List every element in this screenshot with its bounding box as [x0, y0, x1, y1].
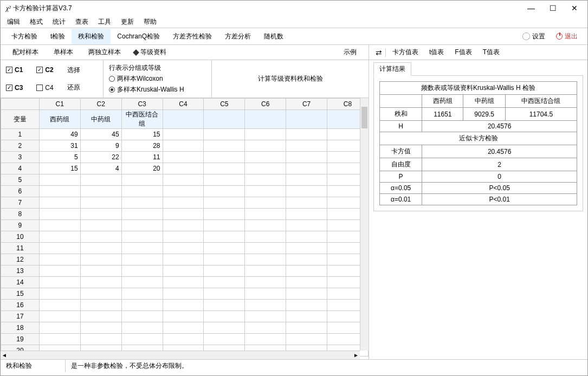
cell[interactable] [286, 277, 327, 288]
example-button[interactable]: 示例 [336, 46, 364, 59]
cell[interactable] [286, 140, 327, 152]
rtab-t值表[interactable]: t值表 [424, 46, 449, 58]
select-button[interactable]: 选择 [67, 66, 98, 75]
cell[interactable] [286, 243, 327, 254]
subtab-paired[interactable]: 配对样本 [5, 46, 46, 59]
restore-button[interactable]: 还原 [67, 83, 98, 92]
row-hdr[interactable]: 12 [1, 254, 40, 265]
col-C1[interactable]: C1 [39, 99, 80, 110]
cell[interactable] [286, 209, 327, 220]
cell[interactable] [163, 265, 204, 277]
cell[interactable]: 22 [80, 152, 121, 163]
cell[interactable] [121, 334, 163, 345]
vertical-scrollbar[interactable] [360, 98, 369, 351]
row-hdr[interactable]: 17 [1, 311, 40, 322]
calculate-button[interactable]: 计算等级资料秩和检验 [258, 74, 323, 83]
cell[interactable] [204, 186, 245, 197]
cell[interactable] [163, 300, 204, 311]
cell[interactable] [204, 197, 245, 209]
minimize-button[interactable]: — [520, 4, 542, 12]
var-cell[interactable] [286, 110, 327, 129]
rtab-F值表[interactable]: F值表 [449, 46, 477, 58]
cell[interactable] [39, 174, 80, 186]
row-hdr[interactable]: 2 [1, 140, 40, 152]
cell[interactable]: 9 [80, 140, 121, 152]
cell[interactable] [80, 209, 121, 220]
cell[interactable] [163, 277, 204, 288]
cell[interactable]: 45 [80, 129, 121, 140]
data-grid[interactable]: C1C2C3C4C5C6C7C8变量西药组中药组中西医结合组1494515231… [1, 98, 369, 359]
cell[interactable] [204, 163, 245, 174]
cell[interactable] [204, 300, 245, 311]
var-cell[interactable]: 中药组 [80, 110, 121, 129]
tab-6[interactable]: 随机数 [257, 29, 290, 44]
cell[interactable] [80, 265, 121, 277]
tab-5[interactable]: 方差分析 [218, 29, 257, 44]
menu-格式[interactable]: 格式 [27, 16, 46, 28]
cell[interactable] [121, 265, 163, 277]
cell[interactable] [80, 254, 121, 265]
row-hdr[interactable]: 19 [1, 334, 40, 345]
cell[interactable] [80, 186, 121, 197]
cell[interactable] [163, 254, 204, 265]
cell[interactable] [204, 140, 245, 152]
check-c2[interactable]: ✓C2 [36, 66, 67, 74]
cell[interactable] [204, 174, 245, 186]
cell[interactable] [39, 265, 80, 277]
tab-4[interactable]: 方差齐性检验 [166, 29, 218, 44]
cell[interactable] [163, 220, 204, 231]
cell[interactable] [245, 254, 286, 265]
var-cell[interactable]: 西药组 [39, 110, 80, 129]
cell[interactable] [286, 288, 327, 300]
cell[interactable] [80, 220, 121, 231]
cell[interactable] [286, 174, 327, 186]
cell[interactable]: 5 [39, 152, 80, 163]
menu-编辑[interactable]: 编辑 [4, 16, 23, 28]
cell[interactable] [163, 231, 204, 243]
row-hdr[interactable]: 1 [1, 129, 40, 140]
cell[interactable] [245, 174, 286, 186]
cell[interactable] [204, 322, 245, 334]
cell[interactable] [204, 152, 245, 163]
menu-统计[interactable]: 统计 [49, 16, 69, 28]
close-button[interactable]: ✕ [564, 4, 585, 12]
cell[interactable] [163, 322, 204, 334]
cell[interactable] [163, 197, 204, 209]
row-hdr[interactable]: 3 [1, 152, 40, 163]
cell[interactable] [163, 243, 204, 254]
cell[interactable] [204, 254, 245, 265]
cell[interactable] [245, 220, 286, 231]
cell[interactable]: 15 [39, 163, 80, 174]
row-hdr[interactable]: 15 [1, 288, 40, 300]
check-c3[interactable]: ✓C3 [6, 84, 36, 92]
cell[interactable] [204, 129, 245, 140]
cell[interactable] [286, 129, 327, 140]
rtab-T值表[interactable]: T值表 [477, 46, 505, 58]
cell[interactable] [121, 197, 163, 209]
row-hdr[interactable]: 4 [1, 163, 40, 174]
cell[interactable] [245, 311, 286, 322]
cell[interactable] [245, 322, 286, 334]
cell[interactable] [204, 209, 245, 220]
cell[interactable]: 20 [121, 163, 163, 174]
rtab-卡方值表[interactable]: 卡方值表 [387, 46, 424, 58]
cell[interactable] [121, 288, 163, 300]
cell[interactable] [286, 186, 327, 197]
cell[interactable]: 31 [39, 140, 80, 152]
radio-kruskal[interactable]: 多样本Kruskal-Wallis H [109, 85, 206, 94]
row-hdr[interactable]: 16 [1, 300, 40, 311]
cell[interactable] [245, 129, 286, 140]
cell[interactable] [121, 243, 163, 254]
cell[interactable] [121, 174, 163, 186]
cell[interactable] [121, 209, 163, 220]
cell[interactable] [39, 209, 80, 220]
row-hdr[interactable]: 5 [1, 174, 40, 186]
cell[interactable] [121, 277, 163, 288]
cell[interactable] [39, 288, 80, 300]
cell[interactable] [80, 231, 121, 243]
var-cell[interactable] [163, 110, 204, 129]
cell[interactable] [121, 231, 163, 243]
cell[interactable] [245, 288, 286, 300]
cell[interactable] [286, 254, 327, 265]
check-c1[interactable]: ✓C1 [6, 66, 36, 74]
